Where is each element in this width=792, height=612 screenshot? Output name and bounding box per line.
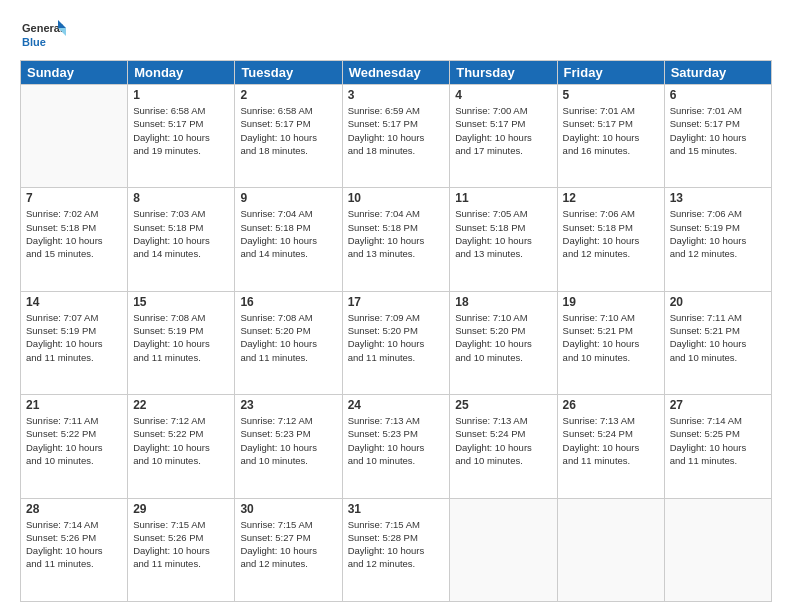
day-info: Sunrise: 7:04 AM Sunset: 5:18 PM Dayligh… <box>240 207 336 260</box>
day-info: Sunrise: 7:15 AM Sunset: 5:26 PM Dayligh… <box>133 518 229 571</box>
logo: General Blue <box>20 16 66 52</box>
calendar-cell: 23Sunrise: 7:12 AM Sunset: 5:23 PM Dayli… <box>235 395 342 498</box>
day-info: Sunrise: 7:14 AM Sunset: 5:26 PM Dayligh… <box>26 518 122 571</box>
calendar-cell: 17Sunrise: 7:09 AM Sunset: 5:20 PM Dayli… <box>342 291 450 394</box>
calendar-cell <box>664 498 771 601</box>
week-row-2: 7Sunrise: 7:02 AM Sunset: 5:18 PM Daylig… <box>21 188 772 291</box>
day-info: Sunrise: 6:58 AM Sunset: 5:17 PM Dayligh… <box>240 104 336 157</box>
calendar-cell: 24Sunrise: 7:13 AM Sunset: 5:23 PM Dayli… <box>342 395 450 498</box>
svg-text:Blue: Blue <box>22 36 46 48</box>
day-info: Sunrise: 7:10 AM Sunset: 5:21 PM Dayligh… <box>563 311 659 364</box>
calendar-cell: 7Sunrise: 7:02 AM Sunset: 5:18 PM Daylig… <box>21 188 128 291</box>
weekday-header-thursday: Thursday <box>450 61 557 85</box>
day-number: 28 <box>26 502 122 516</box>
day-number: 14 <box>26 295 122 309</box>
weekday-header-monday: Monday <box>128 61 235 85</box>
day-info: Sunrise: 7:15 AM Sunset: 5:27 PM Dayligh… <box>240 518 336 571</box>
day-number: 21 <box>26 398 122 412</box>
calendar-cell: 3Sunrise: 6:59 AM Sunset: 5:17 PM Daylig… <box>342 85 450 188</box>
day-info: Sunrise: 7:13 AM Sunset: 5:24 PM Dayligh… <box>455 414 551 467</box>
weekday-header-saturday: Saturday <box>664 61 771 85</box>
day-number: 22 <box>133 398 229 412</box>
calendar-cell: 2Sunrise: 6:58 AM Sunset: 5:17 PM Daylig… <box>235 85 342 188</box>
day-info: Sunrise: 7:07 AM Sunset: 5:19 PM Dayligh… <box>26 311 122 364</box>
day-info: Sunrise: 7:02 AM Sunset: 5:18 PM Dayligh… <box>26 207 122 260</box>
calendar-cell: 14Sunrise: 7:07 AM Sunset: 5:19 PM Dayli… <box>21 291 128 394</box>
calendar-cell <box>557 498 664 601</box>
calendar-cell: 4Sunrise: 7:00 AM Sunset: 5:17 PM Daylig… <box>450 85 557 188</box>
day-number: 17 <box>348 295 445 309</box>
day-info: Sunrise: 7:14 AM Sunset: 5:25 PM Dayligh… <box>670 414 766 467</box>
day-info: Sunrise: 6:58 AM Sunset: 5:17 PM Dayligh… <box>133 104 229 157</box>
calendar-cell: 10Sunrise: 7:04 AM Sunset: 5:18 PM Dayli… <box>342 188 450 291</box>
weekday-header-friday: Friday <box>557 61 664 85</box>
calendar-cell: 5Sunrise: 7:01 AM Sunset: 5:17 PM Daylig… <box>557 85 664 188</box>
day-info: Sunrise: 7:00 AM Sunset: 5:17 PM Dayligh… <box>455 104 551 157</box>
day-number: 15 <box>133 295 229 309</box>
calendar-cell: 20Sunrise: 7:11 AM Sunset: 5:21 PM Dayli… <box>664 291 771 394</box>
day-info: Sunrise: 7:10 AM Sunset: 5:20 PM Dayligh… <box>455 311 551 364</box>
day-info: Sunrise: 7:04 AM Sunset: 5:18 PM Dayligh… <box>348 207 445 260</box>
week-row-5: 28Sunrise: 7:14 AM Sunset: 5:26 PM Dayli… <box>21 498 772 601</box>
week-row-4: 21Sunrise: 7:11 AM Sunset: 5:22 PM Dayli… <box>21 395 772 498</box>
day-info: Sunrise: 7:03 AM Sunset: 5:18 PM Dayligh… <box>133 207 229 260</box>
logo-icon: General Blue <box>20 16 66 52</box>
day-number: 29 <box>133 502 229 516</box>
day-number: 16 <box>240 295 336 309</box>
day-number: 4 <box>455 88 551 102</box>
svg-text:General: General <box>22 22 63 34</box>
calendar-cell: 15Sunrise: 7:08 AM Sunset: 5:19 PM Dayli… <box>128 291 235 394</box>
calendar-cell: 11Sunrise: 7:05 AM Sunset: 5:18 PM Dayli… <box>450 188 557 291</box>
calendar-cell <box>450 498 557 601</box>
day-number: 12 <box>563 191 659 205</box>
day-info: Sunrise: 7:12 AM Sunset: 5:22 PM Dayligh… <box>133 414 229 467</box>
day-info: Sunrise: 6:59 AM Sunset: 5:17 PM Dayligh… <box>348 104 445 157</box>
day-info: Sunrise: 7:09 AM Sunset: 5:20 PM Dayligh… <box>348 311 445 364</box>
day-number: 24 <box>348 398 445 412</box>
day-info: Sunrise: 7:08 AM Sunset: 5:20 PM Dayligh… <box>240 311 336 364</box>
day-info: Sunrise: 7:05 AM Sunset: 5:18 PM Dayligh… <box>455 207 551 260</box>
day-number: 6 <box>670 88 766 102</box>
day-number: 27 <box>670 398 766 412</box>
header: General Blue <box>20 16 772 52</box>
calendar-cell: 6Sunrise: 7:01 AM Sunset: 5:17 PM Daylig… <box>664 85 771 188</box>
day-info: Sunrise: 7:01 AM Sunset: 5:17 PM Dayligh… <box>670 104 766 157</box>
calendar-cell: 9Sunrise: 7:04 AM Sunset: 5:18 PM Daylig… <box>235 188 342 291</box>
day-info: Sunrise: 7:13 AM Sunset: 5:23 PM Dayligh… <box>348 414 445 467</box>
day-number: 11 <box>455 191 551 205</box>
day-number: 8 <box>133 191 229 205</box>
day-number: 5 <box>563 88 659 102</box>
day-number: 26 <box>563 398 659 412</box>
calendar-cell: 30Sunrise: 7:15 AM Sunset: 5:27 PM Dayli… <box>235 498 342 601</box>
calendar-cell: 12Sunrise: 7:06 AM Sunset: 5:18 PM Dayli… <box>557 188 664 291</box>
day-info: Sunrise: 7:13 AM Sunset: 5:24 PM Dayligh… <box>563 414 659 467</box>
day-number: 1 <box>133 88 229 102</box>
day-number: 10 <box>348 191 445 205</box>
weekday-header-tuesday: Tuesday <box>235 61 342 85</box>
calendar-cell: 21Sunrise: 7:11 AM Sunset: 5:22 PM Dayli… <box>21 395 128 498</box>
day-number: 25 <box>455 398 551 412</box>
day-number: 19 <box>563 295 659 309</box>
day-number: 31 <box>348 502 445 516</box>
week-row-1: 1Sunrise: 6:58 AM Sunset: 5:17 PM Daylig… <box>21 85 772 188</box>
day-number: 9 <box>240 191 336 205</box>
day-number: 18 <box>455 295 551 309</box>
calendar-cell <box>21 85 128 188</box>
calendar-cell: 25Sunrise: 7:13 AM Sunset: 5:24 PM Dayli… <box>450 395 557 498</box>
day-info: Sunrise: 7:11 AM Sunset: 5:22 PM Dayligh… <box>26 414 122 467</box>
day-info: Sunrise: 7:06 AM Sunset: 5:18 PM Dayligh… <box>563 207 659 260</box>
calendar-cell: 29Sunrise: 7:15 AM Sunset: 5:26 PM Dayli… <box>128 498 235 601</box>
day-info: Sunrise: 7:08 AM Sunset: 5:19 PM Dayligh… <box>133 311 229 364</box>
calendar-cell: 19Sunrise: 7:10 AM Sunset: 5:21 PM Dayli… <box>557 291 664 394</box>
day-info: Sunrise: 7:11 AM Sunset: 5:21 PM Dayligh… <box>670 311 766 364</box>
calendar-table: SundayMondayTuesdayWednesdayThursdayFrid… <box>20 60 772 602</box>
day-info: Sunrise: 7:06 AM Sunset: 5:19 PM Dayligh… <box>670 207 766 260</box>
day-number: 2 <box>240 88 336 102</box>
day-number: 23 <box>240 398 336 412</box>
page: General Blue SundayMondayTuesdayWednesda… <box>0 0 792 612</box>
calendar-cell: 22Sunrise: 7:12 AM Sunset: 5:22 PM Dayli… <box>128 395 235 498</box>
day-info: Sunrise: 7:01 AM Sunset: 5:17 PM Dayligh… <box>563 104 659 157</box>
calendar-cell: 28Sunrise: 7:14 AM Sunset: 5:26 PM Dayli… <box>21 498 128 601</box>
calendar-cell: 18Sunrise: 7:10 AM Sunset: 5:20 PM Dayli… <box>450 291 557 394</box>
week-row-3: 14Sunrise: 7:07 AM Sunset: 5:19 PM Dayli… <box>21 291 772 394</box>
